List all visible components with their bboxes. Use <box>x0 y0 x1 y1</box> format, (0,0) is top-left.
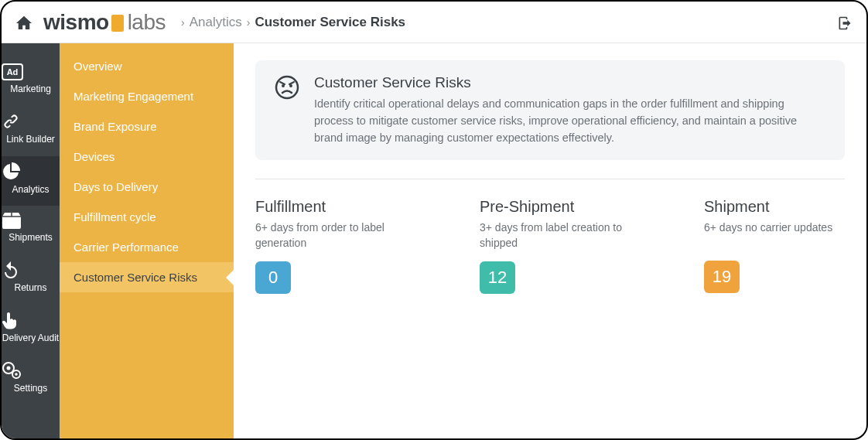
breadcrumb-section[interactable]: Analytics <box>190 15 242 30</box>
gears-icon <box>2 361 60 380</box>
svg-point-5 <box>15 373 18 376</box>
box-icon <box>2 212 60 229</box>
metric-pre-shipment: Pre-Shipment 3+ days from label creation… <box>480 198 658 294</box>
metric-title: Pre-Shipment <box>480 198 658 216</box>
analytics-subnav: Overview Marketing Engagement Brand Expo… <box>60 43 234 438</box>
metric-value-badge[interactable]: 0 <box>255 261 291 294</box>
banner-description: Identify critical operational delays and… <box>314 96 826 146</box>
rail-item-marketing[interactable]: Ad Marketing <box>2 57 60 106</box>
metric-shipment: Shipment 6+ days no carrier updates 19 <box>704 198 866 294</box>
rail-item-returns[interactable]: Returns <box>2 254 60 305</box>
subnav-item-overview[interactable]: Overview <box>60 51 234 81</box>
subnav-item-fulfillment-cycle[interactable]: Fulfillment cycle <box>60 202 234 232</box>
chevron-right-icon: › <box>181 16 185 29</box>
breadcrumb: › Analytics › Customer Service Risks <box>176 15 405 30</box>
ad-icon: Ad <box>2 63 60 80</box>
metric-title: Fulfillment <box>255 198 433 216</box>
chevron-right-icon: › <box>247 16 251 29</box>
brand-logo[interactable]: wismolabs <box>43 10 166 35</box>
angry-face-icon <box>274 74 300 146</box>
flask-icon <box>111 15 124 32</box>
svg-point-3 <box>7 366 11 370</box>
main-content: Customer Service Risks Identify critical… <box>234 43 866 438</box>
subnav-item-days-to-delivery[interactable]: Days to Delivery <box>60 172 234 202</box>
subnav-item-marketing-engagement[interactable]: Marketing Engagement <box>60 81 234 111</box>
link-icon <box>2 112 60 131</box>
breadcrumb-page: Customer Service Risks <box>255 15 405 30</box>
subnav-item-devices[interactable]: Devices <box>60 142 234 172</box>
header: wismolabs › Analytics › Customer Service… <box>2 2 866 43</box>
divider <box>255 179 845 179</box>
primary-nav-rail: Ad Marketing Link Builder Analytics Ship… <box>2 43 60 438</box>
rail-item-settings[interactable]: Settings <box>2 355 60 405</box>
metric-description: 3+ days from label creation to shipped <box>480 220 658 251</box>
rail-item-delivery-audit[interactable]: Delivery Audit <box>2 305 60 355</box>
subnav-item-carrier-performance[interactable]: Carrier Performance <box>60 232 234 262</box>
home-icon[interactable] <box>15 15 32 30</box>
rail-item-shipments[interactable]: Shipments <box>2 206 60 254</box>
metric-title: Shipment <box>704 198 866 216</box>
banner-title: Customer Service Risks <box>314 74 826 91</box>
rail-item-analytics[interactable]: Analytics <box>2 156 60 206</box>
svg-line-9 <box>280 82 285 84</box>
subnav-item-brand-exposure[interactable]: Brand Exposure <box>60 111 234 142</box>
logout-icon[interactable] <box>837 15 853 31</box>
svg-line-10 <box>289 82 294 84</box>
metric-value-badge[interactable]: 12 <box>480 261 515 294</box>
hand-pointer-icon <box>2 311 60 329</box>
metric-description: 6+ days from order to label generation <box>255 220 433 251</box>
metric-fulfillment: Fulfillment 6+ days from order to label … <box>255 198 433 294</box>
metric-description: 6+ days no carrier updates <box>704 220 866 250</box>
pie-chart-icon <box>2 162 60 181</box>
svg-text:Ad: Ad <box>7 67 19 77</box>
subnav-item-customer-service-risks[interactable]: Customer Service Risks <box>60 262 234 292</box>
rail-item-link-builder[interactable]: Link Builder <box>2 106 60 156</box>
svg-point-6 <box>276 77 298 98</box>
metric-value-badge[interactable]: 19 <box>704 261 740 293</box>
metrics-row: Fulfillment 6+ days from order to label … <box>255 198 845 294</box>
undo-icon <box>2 261 60 279</box>
page-banner: Customer Service Risks Identify critical… <box>255 60 845 160</box>
